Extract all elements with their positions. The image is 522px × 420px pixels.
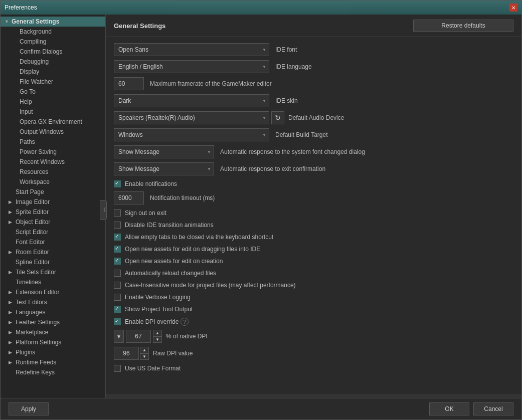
show-project-tool-checkbox[interactable]: [114, 306, 121, 313]
sidebar-item-image-editor[interactable]: ▶Image Editor: [1, 197, 105, 207]
room-editor-arrow-icon: ▶: [9, 250, 15, 255]
sidebar-item-resources[interactable]: Resources: [1, 167, 105, 177]
use-us-date-checkbox[interactable]: [114, 365, 121, 372]
sidebar-item-font-editor[interactable]: Font Editor: [1, 237, 105, 247]
case-insensitive-label[interactable]: Case-Insensitive mode for project files …: [125, 282, 296, 289]
case-insensitive-checkbox[interactable]: [114, 282, 121, 289]
close-button[interactable]: ✕: [509, 4, 517, 12]
sidebar-item-input[interactable]: Input: [1, 107, 105, 117]
sidebar-item-script-editor[interactable]: Script Editor: [1, 227, 105, 237]
auto-reload-row: Automatically reload changed files: [114, 269, 513, 278]
horizontal-scrollbar[interactable]: [106, 394, 521, 398]
refresh-audio-button[interactable]: ↻: [271, 111, 284, 124]
sidebar-item-tile-sets-editor[interactable]: ▶Tile Sets Editor: [1, 267, 105, 277]
sidebar-item-compiling[interactable]: Compiling: [1, 37, 105, 47]
sidebar-item-power-saving[interactable]: Power Saving: [1, 147, 105, 157]
raw-dpi-up-button[interactable]: ▲: [140, 347, 149, 353]
ide-font-select[interactable]: Open Sans Arial Consolas: [114, 43, 269, 56]
enable-notifications-checkbox[interactable]: [114, 180, 121, 187]
ide-skin-select[interactable]: Dark Light: [114, 94, 269, 107]
allow-empty-tabs-checkbox[interactable]: [114, 234, 121, 241]
enable-dpi-label[interactable]: Enable DPI override: [125, 318, 179, 325]
dpi-up-button[interactable]: ▲: [153, 330, 162, 336]
apply-button[interactable]: Apply: [9, 402, 49, 415]
use-us-date-label[interactable]: Use US Date Format: [125, 365, 181, 372]
disable-animations-checkbox[interactable]: [114, 222, 121, 229]
raw-dpi-down-button[interactable]: ▼: [140, 353, 149, 360]
open-new-assets-create-label[interactable]: Open new assets for edit on creation: [125, 258, 223, 265]
dpi-down-button[interactable]: ▼: [153, 336, 162, 343]
sidebar-item-languages[interactable]: ▶Languages: [1, 307, 105, 317]
sign-out-checkbox[interactable]: [114, 209, 121, 217]
sidebar-item-label-font-editor: Font Editor: [16, 239, 45, 246]
dpi-spinner-buttons: ▲ ▼: [153, 330, 162, 343]
open-new-assets-create-checkbox[interactable]: [114, 258, 121, 265]
ide-font-select-wrapper: Open Sans Arial Consolas: [114, 43, 269, 56]
cancel-button[interactable]: Cancel: [473, 402, 513, 415]
show-project-tool-label[interactable]: Show Project Tool Output: [125, 306, 193, 313]
disable-animations-label[interactable]: Disable IDE transition animations: [125, 222, 214, 229]
exit-confirmation-select[interactable]: Show Message Yes No: [114, 162, 214, 175]
sidebar-item-feather-settings[interactable]: ▶Feather Settings: [1, 317, 105, 327]
sidebar-item-start-page[interactable]: Start Page: [1, 187, 105, 197]
sidebar-item-label-platform-settings: Platform Settings: [16, 339, 61, 346]
sidebar-item-label-file-watcher: File Watcher: [20, 78, 53, 85]
sidebar-item-room-editor[interactable]: ▶Room Editor: [1, 247, 105, 257]
sidebar-item-label-text-editors: Text Editors: [16, 299, 47, 306]
sidebar-item-sprite-editor[interactable]: ▶Sprite Editor: [1, 207, 105, 217]
ide-skin-row: Dark Light IDE skin: [114, 94, 513, 107]
sidebar-item-spline-editor[interactable]: Spline Editor: [1, 257, 105, 267]
audio-device-select[interactable]: Speakers (Realtek(R) Audio): [114, 111, 269, 124]
ide-language-select[interactable]: English / English French / Français: [114, 60, 269, 73]
sidebar-item-go-to[interactable]: Go To: [1, 87, 105, 97]
content-header: General Settings Restore defaults: [106, 15, 521, 37]
open-new-assets-drag-label[interactable]: Open new assets for edit on dragging fil…: [125, 246, 260, 253]
sidebar-item-timelines[interactable]: Timelines: [1, 277, 105, 287]
sidebar-item-display[interactable]: Display: [1, 67, 105, 77]
dpi-percent-value: 67: [126, 330, 151, 343]
enable-verbose-checkbox[interactable]: [114, 294, 121, 301]
dpi-help-icon[interactable]: ?: [181, 318, 189, 326]
sidebar-item-extension-editor[interactable]: ▶Extension Editor: [1, 287, 105, 297]
sidebar-item-output-windows[interactable]: Output Windows: [1, 127, 105, 137]
sidebar-item-general-settings[interactable]: ▼General Settings: [1, 17, 105, 27]
system-font-dialog-select[interactable]: Show Message Yes No: [114, 145, 214, 158]
sidebar-item-platform-settings[interactable]: ▶Platform Settings: [1, 337, 105, 347]
sidebar-item-runtime-feeds[interactable]: ▶Runtime Feeds: [1, 357, 105, 367]
build-target-select-wrapper: Windows macOS Linux: [114, 128, 269, 141]
show-project-tool-row: Show Project Tool Output: [114, 305, 513, 314]
sidebar-item-opera-gx[interactable]: Opera GX Environment: [1, 117, 105, 127]
system-font-dialog-row: Show Message Yes No Automatic response t…: [114, 145, 513, 158]
open-new-assets-drag-checkbox[interactable]: [114, 246, 121, 253]
sidebar-item-file-watcher[interactable]: File Watcher: [1, 77, 105, 87]
auto-reload-label[interactable]: Automatically reload changed files: [125, 270, 216, 277]
auto-reload-checkbox[interactable]: [114, 270, 121, 277]
sidebar-item-workspace[interactable]: Workspace: [1, 177, 105, 187]
sidebar-item-background[interactable]: Background: [1, 27, 105, 37]
build-target-select[interactable]: Windows macOS Linux: [114, 128, 269, 141]
sidebar-item-paths[interactable]: Paths: [1, 137, 105, 147]
sidebar-item-object-editor[interactable]: ▶Object Editor: [1, 217, 105, 227]
sidebar-item-recent-windows[interactable]: Recent Windows: [1, 157, 105, 167]
sign-out-label[interactable]: Sign out on exit: [125, 209, 166, 217]
sprite-editor-arrow-icon: ▶: [9, 209, 15, 215]
sidebar-item-redefine-keys[interactable]: Redefine Keys: [1, 367, 105, 377]
sidebar-collapse-button[interactable]: 《: [100, 200, 107, 220]
ok-button[interactable]: OK: [429, 402, 469, 415]
audio-device-label: Default Audio Device: [288, 114, 344, 121]
sidebar-item-help[interactable]: Help: [1, 97, 105, 107]
sidebar-item-label-timelines: Timelines: [16, 279, 41, 286]
sidebar-item-confirm-dialogs[interactable]: Confirm Dialogs: [1, 47, 105, 57]
enable-notifications-label[interactable]: Enable notifications: [125, 180, 177, 187]
sidebar-item-label-general-settings: General Settings: [12, 18, 59, 25]
dpi-decrement-button[interactable]: ▼: [114, 330, 124, 343]
sidebar-item-text-editors[interactable]: ▶Text Editors: [1, 297, 105, 307]
sidebar-item-debugging[interactable]: Debugging: [1, 57, 105, 67]
allow-empty-tabs-label[interactable]: Allow empty tabs to be closed via the ke…: [125, 234, 273, 241]
object-editor-arrow-icon: ▶: [9, 220, 15, 225]
restore-defaults-button[interactable]: Restore defaults: [413, 20, 513, 32]
sidebar-item-plugins[interactable]: ▶Plugins: [1, 347, 105, 357]
sidebar-item-marketplace[interactable]: ▶Marketplace: [1, 327, 105, 337]
enable-dpi-checkbox[interactable]: [114, 318, 121, 325]
enable-verbose-label[interactable]: Enable Verbose Logging: [125, 294, 191, 301]
